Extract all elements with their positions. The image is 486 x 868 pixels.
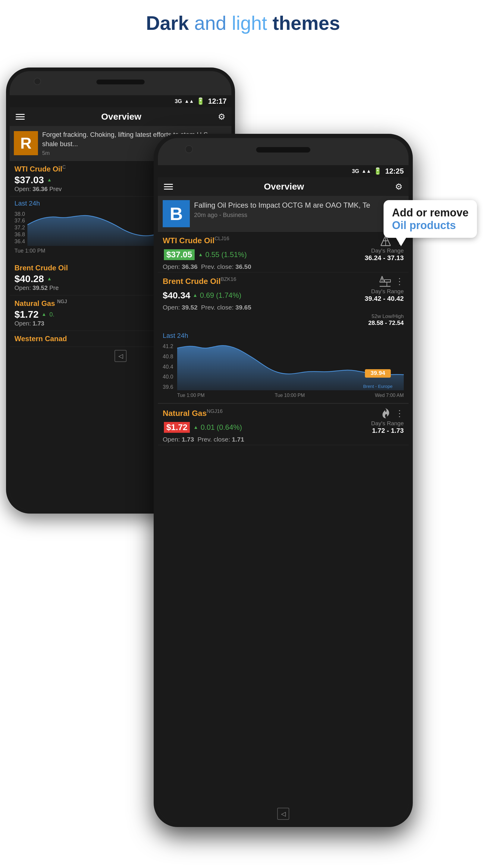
wti-arrow-front: ▲: [198, 252, 203, 257]
ng-icons-front: ⋮: [381, 407, 404, 419]
brent-icons-front: ⋮: [379, 276, 404, 287]
brent-day-range-front: Day's Range 39.42 - 40.42: [364, 288, 404, 303]
nav-title-front: Overview: [264, 181, 304, 192]
wti-sub-row-front: Open: 36.36 Prev. close: 36.50: [158, 262, 409, 272]
brent-name-front: Brent Crude OilBZK16: [163, 276, 236, 286]
header-word-themes: themes: [272, 12, 340, 34]
wti-day-range-front: Day's Range 36.24 - 37.13: [364, 247, 404, 262]
brent-price-front: $40.34: [163, 290, 190, 301]
phone-speaker-back: [96, 80, 144, 84]
brent-week-range-front: 52w Low/High 28.58 - 72.54: [158, 313, 409, 329]
bottom-bar-front: ◁: [158, 805, 409, 823]
front-screen-content: 3G ▲▲ 🔋 12:25 Overview ⚙ B Falling Oil P…: [158, 165, 409, 805]
hamburger-back[interactable]: [16, 114, 25, 120]
gear-icon-front[interactable]: ⚙: [395, 182, 402, 192]
ng-arrow-back: ▲: [41, 312, 46, 317]
news-time-front: 20m ago - Business: [194, 212, 370, 218]
header-word-dark: Dark: [146, 12, 189, 34]
battery-icon-front: 🔋: [374, 167, 382, 175]
battery-icon-back: 🔋: [196, 97, 204, 105]
tooltip-line2: Oil products: [392, 219, 468, 232]
oil-platform-icon-brent: [379, 276, 391, 287]
wti-price-row-front: $37.05 ▲ 0.55 (1.51%) Day's Range 36.24 …: [158, 246, 409, 262]
oil-section-brent-front: Brent Crude OilBZK16: [158, 273, 409, 404]
svg-text:39.94: 39.94: [370, 370, 385, 376]
news-card-front: B Falling Oil Prices to Impact OCTG M ar…: [158, 196, 409, 232]
ng-price-row-front: $1.72 ▲ 0.01 (0.64%) Day's Range 1.72 - …: [158, 419, 409, 435]
header-word-light: light: [232, 12, 267, 34]
back-button-front[interactable]: ◁: [277, 808, 289, 820]
western-name-back: Western Canad: [14, 335, 67, 343]
brent-x-labels-front: Tue 1:00 PM Tue 10:00 PM Wed 7:00 AM: [163, 393, 404, 398]
brent-price-back: $40.28: [14, 273, 44, 284]
phone-camera-front: [185, 145, 193, 153]
brent-price-row-front: $40.34 ▲ 0.69 (1.74%) Day's Range 39.42 …: [158, 287, 409, 303]
brent-chart-label-front: Last 24h: [163, 332, 404, 340]
svg-text:Brent - Europe: Brent - Europe: [363, 384, 393, 389]
news-letter-front: B: [163, 200, 190, 227]
nav-bar-back: Overview ⚙: [10, 107, 231, 126]
brent-name-back: Brent Crude Oil: [14, 264, 68, 272]
brent-chart-svg-front: 39.94 Brent - Europe: [177, 342, 404, 390]
page-header: Dark and light themes: [0, 0, 486, 43]
phone-front: 3G ▲▲ 🔋 12:25 Overview ⚙ B Falling Oil P…: [154, 134, 413, 827]
wti-change-front: 0.55 (1.51%): [205, 250, 247, 259]
status-bar-back: 3G ▲▲ 🔋 12:17: [10, 95, 231, 107]
news-content-front: Falling Oil Prices to Impact OCTG M are …: [194, 200, 370, 218]
phones-wrapper: 3G ▲▲ 🔋 12:17 Overview ⚙ R Forget fracki…: [0, 43, 486, 833]
ng-sub-row-front: Open: 1.73 Prev. close: 1.71: [158, 435, 409, 445]
brent-change-front: 0.69 (1.74%): [200, 291, 241, 300]
ng-change-back: 0.: [50, 311, 55, 318]
status-bar-front: 3G ▲▲ 🔋 12:25: [158, 165, 409, 177]
nav-bar-front: Overview ⚙: [158, 177, 409, 196]
news-letter-back: R: [14, 131, 38, 155]
wti-name-back: WTI Crude OilC: [14, 164, 66, 173]
wti-name-front: WTI Crude OilCLJ16: [163, 236, 229, 245]
oil-section-ng-front: Natural GasNGJ16 ⋮ $1.72 ▲ 0.01 (0.: [158, 404, 409, 445]
gear-icon-back[interactable]: ⚙: [218, 112, 225, 122]
tooltip-line1: Add or remove: [392, 206, 468, 219]
more-icon-brent-front[interactable]: ⋮: [395, 276, 404, 286]
ng-price-back: $1.72: [14, 309, 39, 320]
tooltip-bubble: Add or remove Oil products: [384, 200, 477, 238]
brent-sub-row-front: Open: 39.52 Prev. close: 39.65: [158, 303, 409, 313]
brent-arrow-back: ▲: [47, 276, 52, 281]
ng-day-range-front: Day's Range 1.72 - 1.73: [371, 420, 404, 435]
signal-back: 3G: [175, 98, 182, 104]
news-headline-front: Falling Oil Prices to Impact OCTG M are …: [194, 200, 370, 210]
ng-name-front: Natural GasNGJ16: [163, 408, 223, 418]
flame-icon-ng: [381, 407, 391, 419]
phone-speaker-front: [256, 147, 310, 153]
ng-change-front: 0.01 (0.64%): [201, 423, 242, 432]
time-back: 12:17: [208, 97, 227, 105]
time-front: 12:25: [385, 167, 404, 176]
wti-price-back: $37.03: [14, 175, 44, 186]
more-icon-ng-front[interactable]: ⋮: [395, 408, 404, 418]
phone-camera-back: [34, 78, 41, 85]
signal-front: 3G: [352, 168, 359, 175]
ng-price-front: $1.72: [164, 422, 190, 433]
back-button-back[interactable]: ◁: [115, 350, 127, 362]
brent-arrow-front: ▲: [193, 293, 198, 298]
nav-title-back: Overview: [101, 112, 141, 122]
oil-section-wti-front: WTI Crude OilCLJ16 ⋮: [158, 232, 409, 273]
signal-bars-back: ▲▲: [184, 98, 194, 104]
brent-chart-section-front: Last 24h 41.240.840.440.039.6: [158, 329, 409, 404]
hamburger-front[interactable]: [164, 184, 173, 190]
signal-bars-front: ▲▲: [362, 168, 371, 174]
wti-arrow-back: ▲: [47, 177, 52, 183]
header-word-and: and: [194, 12, 227, 34]
wti-price-front: $37.05: [164, 249, 195, 260]
ng-name-back: Natural Gas NGJ: [14, 299, 67, 308]
ng-arrow-front: ▲: [193, 425, 198, 430]
